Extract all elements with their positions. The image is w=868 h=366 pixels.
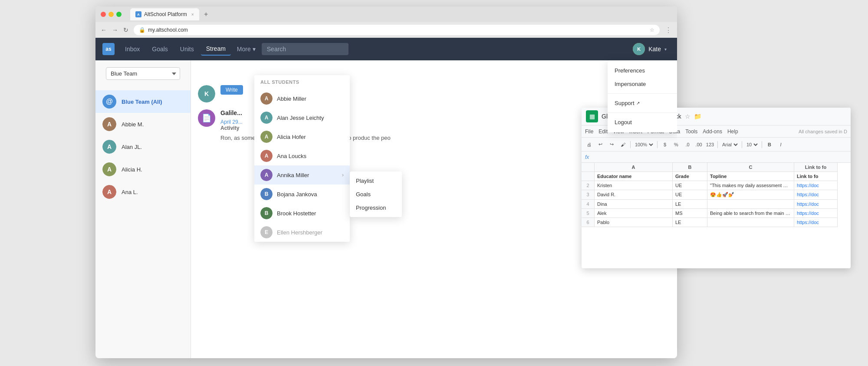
address-box[interactable]: 🔒 my.altschool.com ☆: [134, 25, 660, 35]
dropdown-impersonate[interactable]: Impersonate: [608, 77, 677, 91]
nav-item-more[interactable]: More ▾: [233, 43, 260, 55]
sheet-cell-d3[interactable]: https://doc: [794, 190, 838, 200]
sheet-menu-edit[interactable]: Edit: [598, 129, 608, 135]
sheet-col-d-header[interactable]: Link to fo: [794, 163, 838, 172]
sheet-cell-c4[interactable]: [707, 200, 794, 209]
sheet-cell-a5[interactable]: Alek: [595, 209, 673, 218]
sheet-menu-addons[interactable]: Add-ons: [703, 129, 722, 135]
sheet-cell-b4[interactable]: LE: [673, 200, 707, 209]
sheet-cell-c6[interactable]: [707, 218, 794, 227]
sub-item-progression[interactable]: Progression: [350, 201, 402, 214]
sheet-cell-b3[interactable]: UE: [673, 190, 707, 200]
sidebar-item-alicia[interactable]: A Alicia H.: [95, 158, 191, 181]
nav-item-goals[interactable]: Goals: [147, 43, 173, 55]
sheet-cell-d2[interactable]: https://doc: [794, 181, 838, 190]
sheet-star-icon[interactable]: ☆: [685, 113, 690, 120]
currency-btn[interactable]: $: [660, 140, 670, 149]
dropdown-preferences[interactable]: Preferences: [608, 64, 677, 77]
nav-user-menu[interactable]: K Kate ▾: [629, 41, 670, 57]
zoom-select[interactable]: 100%: [633, 142, 654, 148]
dropdown-item-ellen[interactable]: E Ellen Hershberger: [254, 223, 350, 242]
sheet-cell-d6[interactable]: https://doc: [794, 218, 838, 227]
sub-item-playlist[interactable]: Playlist: [350, 174, 402, 188]
sheet-cell-b6[interactable]: LE: [673, 218, 707, 227]
browser-tab[interactable]: A AltSchool Platform ×: [130, 8, 199, 20]
dropdown-item-alicia[interactable]: A Alicia Hofer: [254, 127, 350, 146]
sheet-data-row-4: 4 Dina LE https://doc: [582, 200, 851, 209]
sidebar-item-blue-team-all[interactable]: @ Blue Team (All): [95, 90, 191, 113]
undo-btn[interactable]: ↩: [595, 140, 605, 149]
format-divider-5: [762, 141, 762, 148]
decimal1-btn[interactable]: .0: [683, 140, 692, 149]
dropdown-logout[interactable]: Logout: [608, 115, 677, 129]
sheet-col-b-header[interactable]: B: [673, 163, 707, 172]
sheet-cell-a2[interactable]: Kristen: [595, 181, 673, 190]
back-btn[interactable]: ←: [101, 26, 107, 33]
browser-tabs: A AltSchool Platform × +: [130, 8, 211, 20]
dropdown-item-ana[interactable]: A Ana Loucks: [254, 146, 350, 165]
sheet-corner-cell: [582, 163, 595, 172]
nav-item-inbox[interactable]: Inbox: [120, 43, 145, 55]
sheet-cell-b2[interactable]: UE: [673, 181, 707, 190]
sidebar-item-abbie[interactable]: A Abbie M.: [95, 113, 191, 135]
sheet-cell-b5[interactable]: MS: [673, 209, 707, 218]
forward-btn[interactable]: →: [112, 26, 118, 33]
sheet-cell-a6[interactable]: Pablo: [595, 218, 673, 227]
sheet-cell-c2[interactable]: "This makes my daily assessment workflow…: [707, 181, 794, 190]
sheet-menu-file[interactable]: File: [585, 129, 593, 135]
team-select[interactable]: Blue Team: [106, 67, 180, 80]
sidebar-item-alan[interactable]: A Alan JL.: [95, 135, 191, 158]
dropdown-item-brook[interactable]: B Brook Hostetter: [254, 204, 350, 223]
minimize-traffic-light[interactable]: [108, 12, 114, 17]
dropdown-support[interactable]: Support ↗: [608, 96, 677, 110]
new-tab-btn[interactable]: +: [201, 9, 211, 20]
sheet-cell-a1[interactable]: Educator name: [595, 172, 673, 181]
dropdown-item-alan[interactable]: A Alan Jesse Leichty: [254, 108, 350, 127]
sheet-folder-icon[interactable]: 📁: [694, 113, 701, 120]
nav-item-stream[interactable]: Stream: [201, 43, 231, 56]
dropdown-item-bojana[interactable]: B Bojana Jankova: [254, 185, 350, 204]
sheet-cell-a4[interactable]: Dina: [595, 200, 673, 209]
traffic-lights: [101, 12, 122, 17]
sheet-col-a-header[interactable]: A: [595, 163, 673, 172]
sheet-col-c-header[interactable]: C: [707, 163, 794, 172]
dropdown-item-annika[interactable]: A Annika Miller ›: [254, 165, 350, 185]
font-select[interactable]: Arial: [720, 142, 739, 148]
format123-btn[interactable]: 123: [705, 140, 715, 149]
nav-item-units[interactable]: Units: [175, 43, 199, 55]
nav-search-input[interactable]: [262, 43, 349, 55]
write-button[interactable]: Write: [220, 85, 243, 95]
font-size-select[interactable]: 10: [745, 142, 759, 148]
percent-btn[interactable]: %: [671, 140, 681, 149]
sheet-cell-c1[interactable]: Topline: [707, 172, 794, 181]
sheet-cell-a3[interactable]: David R.: [595, 190, 673, 200]
sheet-menu-tools[interactable]: Tools: [685, 129, 697, 135]
sheet-cell-c5[interactable]: Being able to search from the main scree…: [707, 209, 794, 218]
secure-icon: 🔒: [139, 27, 145, 33]
italic-btn[interactable]: I: [776, 140, 786, 149]
sheet-cell-d5[interactable]: https://doc: [794, 209, 838, 218]
bold-btn[interactable]: B: [765, 140, 774, 149]
sheet-cell-c3[interactable]: 😍👍🚀💅: [707, 190, 794, 200]
sheet-cell-d4[interactable]: https://doc: [794, 200, 838, 209]
paint-format-btn[interactable]: 🖌: [618, 140, 628, 149]
dropdown-item-abbie-miller[interactable]: A Abbie Miller: [254, 89, 350, 108]
maximize-traffic-light[interactable]: [116, 12, 122, 17]
close-traffic-light[interactable]: [101, 12, 106, 17]
sheet-menu-help[interactable]: Help: [727, 129, 738, 135]
dropdown-name-ana: Ana Loucks: [277, 153, 306, 159]
sub-item-goals[interactable]: Goals: [350, 188, 402, 201]
print-btn[interactable]: 🖨: [584, 140, 594, 149]
bookmark-icon[interactable]: ☆: [650, 27, 654, 33]
avatar-face-annika-m: A: [260, 169, 273, 181]
browser-menu-icon[interactable]: ⋮: [665, 26, 672, 34]
dropdown-divider-1: [608, 93, 677, 94]
tab-close-btn[interactable]: ×: [191, 12, 194, 17]
refresh-btn[interactable]: ↻: [123, 26, 128, 33]
redo-btn[interactable]: ↪: [607, 140, 616, 149]
format-divider-1: [630, 141, 631, 148]
sheet-cell-d1[interactable]: Link to fo: [794, 172, 838, 181]
sidebar-item-ana[interactable]: A Ana L.: [95, 181, 191, 203]
sheet-cell-b1[interactable]: Grade: [673, 172, 707, 181]
decimal2-btn[interactable]: .00: [694, 140, 704, 149]
